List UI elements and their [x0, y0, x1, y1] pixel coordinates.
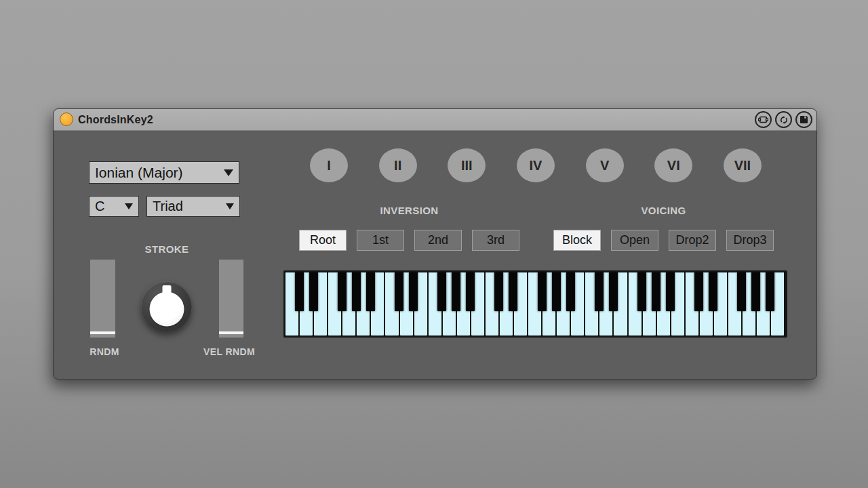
device-body: Ionian (Major) C Triad STROKE RNDM: [54, 131, 816, 379]
black-key[interactable]: [609, 272, 618, 311]
black-key[interactable]: [552, 272, 561, 311]
degree-button-IV[interactable]: IV: [517, 148, 555, 182]
vel-rndm-slider[interactable]: [219, 260, 243, 338]
titlebar-icon-group: [755, 111, 812, 128]
black-key[interactable]: [452, 272, 460, 311]
black-key[interactable]: [395, 272, 403, 311]
rndm-slider-thumb[interactable]: [90, 331, 115, 334]
inversion-label: INVERSION: [299, 205, 519, 216]
chord-type-dropdown-value: Triad: [153, 199, 183, 214]
scale-dropdown-value: Ionian (Major): [95, 165, 183, 181]
degree-button-row: I II III IV V VI VII: [310, 148, 762, 182]
rndm-slider[interactable]: [90, 260, 115, 338]
root-note-dropdown-value: C: [95, 199, 104, 214]
chevron-down-icon: [226, 203, 234, 209]
black-key[interactable]: [309, 272, 318, 311]
inversion-option-2nd[interactable]: 2nd: [414, 230, 462, 251]
scale-dropdown[interactable]: Ionian (Major): [89, 161, 239, 184]
piano-keyboard[interactable]: [283, 270, 787, 338]
black-key[interactable]: [595, 272, 604, 311]
black-key[interactable]: [437, 272, 446, 311]
black-key[interactable]: [494, 272, 503, 311]
vel-rndm-slider-thumb[interactable]: [219, 331, 243, 334]
black-key[interactable]: [737, 272, 746, 311]
degree-button-VI[interactable]: VI: [654, 148, 692, 182]
black-key[interactable]: [694, 272, 703, 311]
black-key[interactable]: [295, 272, 304, 311]
black-key[interactable]: [509, 272, 517, 311]
degree-button-I[interactable]: I: [310, 148, 348, 182]
degree-button-VII[interactable]: VII: [724, 148, 762, 182]
black-key[interactable]: [409, 272, 418, 311]
black-key[interactable]: [466, 272, 475, 311]
stroke-label: STROKE: [116, 243, 218, 255]
chevron-down-icon: [125, 203, 133, 209]
black-key[interactable]: [352, 272, 361, 311]
inversion-option-root[interactable]: Root: [299, 230, 347, 251]
inversion-option-1st[interactable]: 1st: [357, 230, 404, 251]
vel-rndm-label: VEL RNDM: [199, 346, 260, 357]
inversion-option-3rd[interactable]: 3rd: [472, 230, 519, 251]
black-key[interactable]: [766, 272, 774, 311]
black-key[interactable]: [751, 272, 760, 311]
device-on-led[interactable]: [60, 113, 73, 126]
device-title: ChordsInKey2: [78, 109, 153, 130]
black-key[interactable]: [566, 272, 575, 311]
degree-button-III[interactable]: III: [448, 148, 486, 182]
voicing-option-drop3[interactable]: Drop3: [726, 230, 774, 251]
degree-button-II[interactable]: II: [379, 148, 417, 182]
root-note-dropdown[interactable]: C: [89, 196, 139, 217]
frame-unfold-icon[interactable]: [755, 111, 772, 128]
black-key[interactable]: [366, 272, 375, 311]
black-key[interactable]: [666, 272, 675, 311]
black-key[interactable]: [652, 272, 660, 311]
hot-swap-icon[interactable]: [775, 111, 792, 128]
voicing-option-open[interactable]: Open: [611, 230, 658, 251]
black-key[interactable]: [709, 272, 717, 311]
stroke-knob-cap: [149, 292, 184, 327]
black-key[interactable]: [637, 272, 646, 311]
black-key[interactable]: [538, 272, 547, 311]
voicing-label: VOICING: [553, 205, 774, 216]
inversion-button-row: Root 1st 2nd 3rd: [299, 230, 519, 251]
voicing-button-row: Block Open Drop2 Drop3: [553, 230, 774, 251]
piano-keys[interactable]: [285, 272, 785, 336]
max-for-live-device-window: ChordsInKey2: [53, 108, 817, 380]
chevron-down-icon: [224, 169, 233, 176]
black-key[interactable]: [338, 272, 347, 311]
stroke-knob-indicator: [162, 285, 171, 296]
desktop-background: { "window": { "title": "ChordsInKey2" },…: [0, 0, 868, 488]
device-titlebar[interactable]: ChordsInKey2: [54, 109, 816, 131]
degree-button-V[interactable]: V: [586, 148, 624, 182]
stroke-knob[interactable]: [141, 281, 192, 332]
voicing-option-block[interactable]: Block: [553, 230, 601, 251]
save-icon[interactable]: [795, 111, 812, 128]
rndm-label: RNDM: [74, 346, 135, 357]
voicing-option-drop2[interactable]: Drop2: [669, 230, 716, 251]
chord-type-dropdown[interactable]: Triad: [146, 196, 240, 217]
